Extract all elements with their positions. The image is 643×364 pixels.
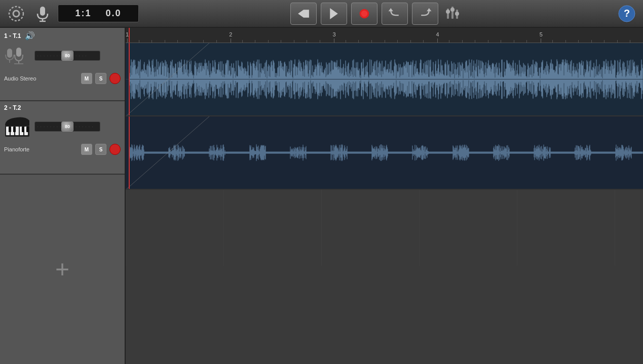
track-1-playhead: [129, 43, 130, 115]
track-2-solo-button[interactable]: S: [95, 144, 106, 155]
track-1-instrument-icon: [4, 43, 30, 69]
track-1-name: Audio Stereo: [4, 75, 78, 82]
time-display: 1:1 0.0: [58, 5, 139, 22]
track-2-playhead: [129, 116, 130, 189]
track-2-waveform-canvas: [126, 116, 643, 189]
track-1-controls: Audio Stereo M S: [4, 73, 121, 84]
toolbar: 1:1 0.0: [0, 0, 643, 28]
track-2-volume-slider[interactable]: · · · · · · · · 80 · · · · · ·: [34, 122, 100, 132]
svg-rect-31: [9, 127, 11, 132]
track-1-waveform[interactable]: [126, 43, 643, 116]
track-2-volume-thumb[interactable]: 80: [61, 122, 73, 132]
svg-rect-34: [26, 127, 29, 132]
svg-rect-22: [16, 48, 21, 57]
track-2-waveform[interactable]: [126, 116, 643, 190]
track-1-waveform-canvas: [126, 43, 643, 115]
main-area: 1 - T.1 🔊: [0, 28, 643, 364]
playhead: [129, 28, 130, 43]
svg-point-15: [446, 10, 450, 14]
svg-text:?: ?: [624, 8, 630, 19]
svg-rect-6: [304, 10, 309, 18]
undo-button[interactable]: [382, 3, 408, 25]
track-2-mute-button[interactable]: M: [81, 144, 92, 155]
record-button[interactable]: [351, 3, 377, 25]
track-2-record-button[interactable]: [109, 144, 121, 155]
svg-point-17: [455, 12, 459, 16]
track-1-icon-area: · · · · · · · · · · 80 · · · ·: [4, 43, 121, 69]
rewind-button[interactable]: [290, 3, 317, 25]
time-value: 0.0: [106, 8, 122, 18]
timeline-area: 123456: [126, 28, 643, 364]
track-2-header: 2 - T.2: [0, 101, 125, 175]
svg-marker-7: [330, 8, 338, 19]
microphone-button[interactable]: [31, 3, 54, 25]
track-1-header: 1 - T.1 🔊: [0, 28, 125, 101]
svg-rect-33: [22, 127, 24, 132]
track-2-name: Pianoforte: [4, 146, 78, 152]
svg-rect-32: [13, 127, 16, 132]
svg-marker-5: [298, 10, 304, 18]
track-1-title: 1 - T.1 🔊: [4, 31, 121, 41]
empty-track-area: [126, 190, 643, 364]
track-1-volume-icon: 🔊: [25, 31, 35, 41]
svg-marker-11: [427, 8, 431, 11]
time-position: 1:1: [75, 8, 91, 18]
empty-area-grid: [126, 190, 643, 364]
svg-point-1: [9, 7, 23, 21]
svg-rect-28: [15, 127, 19, 135]
redo-button[interactable]: [412, 3, 438, 25]
tracks-panel: 1 - T.1 🔊: [0, 28, 126, 364]
track-2-icon-area: · · · · · · · · 80 · · · · · ·: [4, 113, 121, 140]
track-2-instrument-icon: [4, 113, 30, 140]
svg-point-16: [450, 8, 455, 12]
track-1-record-button[interactable]: [109, 73, 121, 84]
track-1-volume-thumb[interactable]: 80: [61, 51, 73, 61]
svg-rect-20: [7, 49, 12, 58]
mixer-button[interactable]: [442, 3, 465, 25]
settings-button[interactable]: [5, 3, 27, 25]
svg-rect-38: [126, 190, 643, 364]
svg-marker-10: [388, 8, 393, 11]
ruler: 123456: [126, 28, 643, 43]
track-1-solo-button[interactable]: S: [95, 73, 106, 84]
track-2-title: 2 - T.2: [4, 104, 121, 111]
track-1-mute-button[interactable]: M: [81, 73, 92, 84]
add-track-button[interactable]: +: [0, 175, 125, 364]
svg-rect-2: [40, 7, 45, 16]
track-2-controls: Pianoforte M S: [4, 144, 121, 155]
track-1-volume-slider[interactable]: · · · · · · · · · · 80 · · · ·: [34, 51, 100, 61]
play-button[interactable]: [321, 3, 347, 25]
help-button[interactable]: ?: [616, 3, 638, 25]
svg-point-9: [361, 10, 367, 16]
svg-point-0: [13, 11, 19, 17]
